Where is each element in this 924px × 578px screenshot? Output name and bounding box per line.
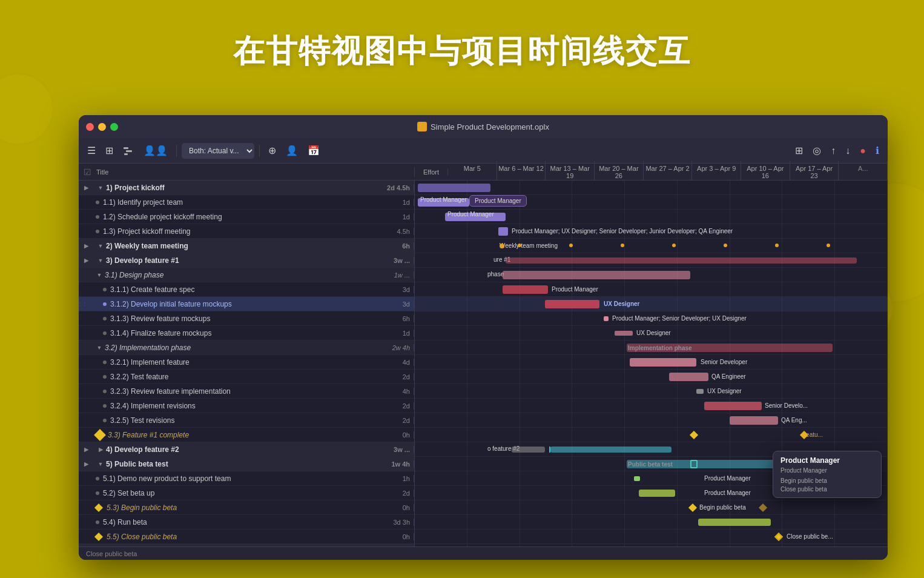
resource-assign-button[interactable]: 👤 [282, 142, 302, 159]
milestone-5-3[interactable] [688, 503, 697, 512]
task-name-3-1: 3.1) Design phase [105, 271, 381, 279]
close-button[interactable] [86, 123, 94, 131]
filter-button[interactable]: ◎ [809, 142, 825, 159]
expand-3[interactable]: ▼ [97, 257, 104, 264]
bar-1-2[interactable]: Product Manager [445, 213, 506, 221]
bar-3-1[interactable] [503, 271, 690, 279]
effort-2: 6h [381, 242, 414, 250]
gantt-view-button[interactable] [119, 142, 137, 159]
task-row-3-2-4[interactable]: 3.2.4) Implement revisions 2d [79, 399, 414, 413]
grid-view-button[interactable]: ⊞ [102, 142, 117, 159]
task-row-1-3[interactable]: 1.3) Project kickoff meeting 4.5h [79, 224, 414, 239]
label-3-2-5: QA Eng... [781, 417, 807, 424]
maximize-button[interactable] [110, 123, 118, 131]
drag-handle-3-1-2[interactable]: ⋮⋮ [79, 297, 86, 311]
gantt-scroll[interactable]: Product Manager Product Manager Product … [415, 181, 888, 546]
bar-1-3-actual[interactable] [498, 227, 508, 236]
bar-3-1-3[interactable] [604, 316, 609, 321]
task-row-3-2-3[interactable]: 3.2.3) Review feature implementation 4h [79, 384, 414, 399]
bar-3-1-2-actual[interactable] [545, 300, 599, 308]
focus-button[interactable]: ● [856, 142, 870, 159]
task-row-3-1-2[interactable]: ⋮⋮ 3.1.2) Develop initial feature mockup… [79, 297, 414, 311]
resource-view-button[interactable]: 👤👤 [140, 142, 171, 159]
bar-1[interactable] [418, 184, 490, 192]
task-row-3-2-5[interactable]: 3.2.5) Test revisions 2d [79, 413, 414, 428]
sync-button[interactable]: ↑ [827, 142, 839, 159]
dot-2-1 [518, 244, 521, 247]
bullet-5-4 [96, 520, 99, 524]
menu-button[interactable]: ☰ [84, 142, 99, 159]
share-button[interactable]: ↓ [842, 142, 854, 159]
task-row-3-2-2[interactable]: 3.2.2) Test feature 2d [79, 370, 414, 384]
timeline-button[interactable]: 📅 [304, 142, 323, 159]
bar-1-1[interactable]: Product Manager [418, 198, 469, 207]
task-row-1-2[interactable]: 1.2) Schedule project kickoff meeting 1d [79, 210, 414, 224]
task-row-3[interactable]: ▶ ▼ 3) Develop feature #1 3w ... [79, 253, 414, 268]
bar-3-2-4[interactable] [704, 402, 762, 410]
task-row-3-2-1[interactable]: 3.2.1) Implement feature 4d [79, 355, 414, 370]
gantt-row-6 [415, 544, 888, 546]
task-row-3-1-3[interactable]: 3.1.3) Review feature mockups 6h [79, 311, 414, 326]
task-row-3-2[interactable]: ▼ 3.2) Implementation phase 2w 4h [79, 340, 414, 355]
bar-3-1-4[interactable] [615, 331, 633, 336]
view-selector[interactable]: Both: Actual v... [182, 143, 254, 159]
expand-5[interactable]: ▼ [97, 460, 104, 468]
label-5-2: Product Manager [704, 490, 751, 496]
bar-3-2-2[interactable] [669, 373, 708, 381]
bar-label-2: Weekly team meeting [500, 242, 558, 249]
bar-3[interactable] [506, 257, 857, 264]
task-name-1-3: 1.3) Project kickoff meeting [103, 227, 381, 236]
task-row-5-1[interactable]: 5.1) Demo new product to support team 1h [79, 471, 414, 486]
task-row-1-1[interactable]: 1.1) Identify project team 1d [79, 195, 414, 210]
gantt-row-3-2-2: QA Engineer [415, 370, 888, 384]
bar-4[interactable] [512, 447, 545, 453]
task-row-5[interactable]: ▶ ▼ 5) Public beta test 1w 4h [79, 457, 414, 471]
task-row-3-1[interactable]: ▼ 3.1) Design phase 1w ... [79, 268, 414, 282]
task-row-3-1-4[interactable]: 3.1.4) Finalize feature mockups 1d [79, 326, 414, 340]
expand-3-1[interactable]: ▼ [96, 271, 103, 279]
bar-3-2[interactable]: Implementation phase [627, 344, 833, 352]
header-mar27-apr2: Mar 27 – Apr 2 [644, 161, 693, 183]
task-row-6[interactable]: ▶ ▶ 6) Launch product 0h [79, 544, 414, 546]
gantt-row-1-3: Product Manager; UX Designer; Senior Dev… [415, 224, 888, 239]
bar-4-teal[interactable] [550, 447, 672, 453]
expand-4[interactable]: ▶ [97, 446, 104, 453]
expand-3-2[interactable]: ▼ [96, 344, 103, 351]
bullet-3-1-3 [103, 317, 107, 321]
gantt-area[interactable]: Product Manager Product Manager Product … [415, 181, 888, 546]
task-row-2[interactable]: ▶ ▼ 2) Weekly team meeting 6h [79, 239, 414, 253]
bar-3-2-5[interactable] [730, 416, 778, 425]
task-row-4[interactable]: ▶ ▶ 4) Develop feature #2 3w ... [79, 442, 414, 457]
add-task-button[interactable]: ⊕ [265, 142, 280, 159]
effort-3-1-2: 3d [381, 301, 414, 308]
task-list[interactable]: ▶ ▼ 1) Project kickoff 2d 4.5h 1.1) Iden… [79, 181, 415, 546]
main-content: ▶ ▼ 1) Project kickoff 2d 4.5h 1.1) Iden… [79, 181, 888, 546]
dot-2-3 [621, 244, 624, 247]
bar-3-2-3[interactable] [696, 389, 704, 394]
gantt-row-3-3: Featu... [415, 428, 888, 442]
task-row-3-3[interactable]: 3.3) Feature #1 complete 0h [79, 428, 414, 442]
table-view-button[interactable]: ⊞ [791, 142, 807, 159]
task-row-1[interactable]: ▶ ▼ 1) Project kickoff 2d 4.5h [79, 181, 414, 195]
task-name-4: 4) Develop feature #2 [106, 445, 381, 454]
bar-3-1-1-actual[interactable] [503, 285, 548, 294]
info-button[interactable]: ℹ [872, 142, 883, 159]
bar-5-1[interactable] [634, 476, 640, 481]
bar-5-4[interactable] [698, 519, 771, 526]
minimize-button[interactable] [98, 123, 106, 131]
milestone-5-5[interactable] [774, 533, 783, 541]
task-row-5-2[interactable]: 5.2) Set beta up 2d [79, 486, 414, 500]
task-row-3-1-1[interactable]: 3.1.1) Create feature spec 3d [79, 282, 414, 297]
expand-2[interactable]: ▼ [97, 242, 104, 250]
bar-3-2-1[interactable] [630, 358, 696, 367]
popup-card-right[interactable]: Product Manager Product Manager Begin pu… [773, 451, 882, 498]
task-row-5-5[interactable]: 5.5) Close public beta 0h [79, 530, 414, 544]
task-row-5-3[interactable]: 5.3) Begin public beta 0h [79, 500, 414, 515]
expand-1[interactable]: ▼ [97, 184, 104, 191]
bar-5-2[interactable] [639, 490, 675, 497]
popup-card-subtitle: Product Manager [780, 467, 874, 474]
dot-2-5 [724, 244, 727, 247]
effort-3-1-3: 6h [381, 315, 414, 322]
task-row-5-4[interactable]: 5.4) Run beta 3d 3h [79, 515, 414, 530]
milestone-3-3[interactable] [690, 431, 698, 439]
